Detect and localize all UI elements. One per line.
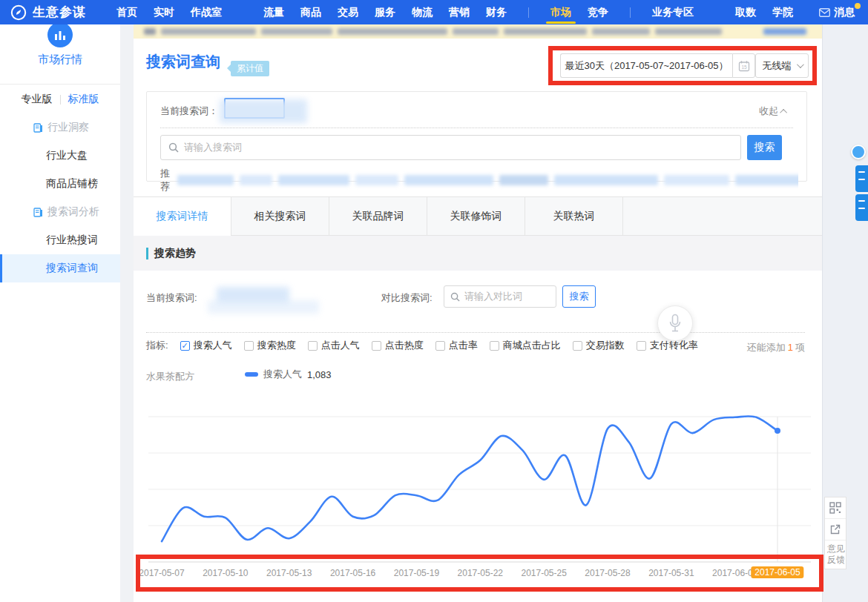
add-more-hint: 还能添加1项	[747, 341, 805, 354]
redacted-word[interactable]	[177, 175, 234, 185]
nav-item-营销[interactable]: 营销	[441, 0, 478, 24]
redacted-link	[763, 28, 806, 35]
nav-item-交易[interactable]: 交易	[329, 0, 366, 24]
nav-divider	[528, 7, 529, 18]
redacted-text	[592, 28, 650, 35]
terminal-dropdown[interactable]: 无线端	[755, 53, 809, 78]
redacted-word[interactable]	[499, 175, 548, 185]
section-accent-bar	[146, 248, 148, 259]
metric-checkbox-点击人气[interactable]: 点击人气	[308, 339, 360, 352]
current-word-label: 当前搜索词:	[146, 291, 197, 305]
date-range-selector[interactable]: 最近30天（2017-05-07~2017-06-05） 15	[560, 53, 755, 78]
search-icon	[450, 292, 460, 302]
metric-checkbox-搜索人气[interactable]: ✓搜索人气	[180, 339, 232, 352]
nav-item-messages[interactable]: 消息	[819, 6, 855, 19]
nav-item-实时[interactable]: 实时	[145, 0, 183, 24]
assistant-dock-tab[interactable]	[855, 165, 868, 192]
checkbox-icon[interactable]	[490, 341, 499, 351]
share-button[interactable]	[825, 519, 846, 540]
redacted-text	[338, 28, 447, 35]
metric-checkbox-支付转化率[interactable]: 支付转化率	[637, 339, 698, 352]
nav-item-竞争[interactable]: 竞争	[579, 0, 617, 24]
redacted-word[interactable]	[664, 175, 729, 185]
redacted-text	[261, 28, 332, 35]
metric-checkbox-点击率[interactable]: 点击率	[435, 339, 478, 352]
nav-item-财务[interactable]: 财务	[478, 0, 515, 24]
redacted-word[interactable]	[735, 175, 798, 185]
voice-assistant-button[interactable]	[657, 305, 693, 341]
calendar-icon[interactable]: 15	[732, 53, 755, 78]
sidebar-item-商品店铺榜[interactable]: 商品店铺榜	[0, 170, 120, 198]
section-header: 搜索趋势	[134, 236, 822, 271]
nav-item-市场[interactable]: 市场	[542, 0, 579, 24]
checkbox-icon[interactable]	[637, 341, 646, 351]
legend-line-icon	[245, 372, 258, 377]
nav-item-作战室[interactable]: 作战室	[183, 0, 230, 24]
nav-item-流量[interactable]: 流量	[255, 0, 292, 24]
checkbox-icon[interactable]	[308, 341, 318, 351]
checkbox-icon[interactable]	[244, 341, 254, 351]
divider	[60, 95, 61, 105]
checkbox-icon[interactable]	[372, 341, 381, 351]
feedback-link[interactable]: 意见反馈	[825, 540, 847, 569]
sidebar-item-行业大盘[interactable]: 行业大盘	[0, 142, 120, 170]
chart-legend[interactable]: 搜索人气 1,083	[245, 368, 332, 381]
chart-keyword: 水果茶配方	[146, 370, 194, 383]
metric-checkbox-点击热度[interactable]: 点击热度	[372, 339, 424, 352]
nav-item-服务[interactable]: 服务	[366, 0, 404, 24]
date-range-value[interactable]: 最近30天（2017-05-07~2017-06-05）	[560, 53, 732, 78]
metric-checkbox-交易指数[interactable]: 交易指数	[573, 339, 625, 352]
tab-关联热词[interactable]: 关联热词	[525, 197, 623, 236]
redacted-word[interactable]	[355, 175, 398, 185]
search-button[interactable]: 搜索	[747, 135, 782, 160]
collapse-toggle[interactable]: 收起	[759, 105, 787, 118]
redacted-word[interactable]	[278, 175, 349, 185]
redacted-word[interactable]	[404, 175, 493, 185]
version-standard[interactable]: 标准版	[68, 93, 99, 106]
nav-item-业务专区[interactable]: 业务专区	[644, 0, 702, 24]
metric-checkbox-商城点击占比[interactable]: 商城点击占比	[490, 339, 561, 352]
redacted-word[interactable]	[240, 175, 272, 185]
x-axis-label: 2017-05-22	[458, 568, 503, 578]
qr-code-button[interactable]	[825, 497, 846, 519]
notice-banner[interactable]	[134, 24, 822, 39]
search-input[interactable]: 请输入搜索词	[160, 135, 741, 160]
nav-item-物流[interactable]: 物流	[404, 0, 441, 24]
tab-相关搜索词[interactable]: 相关搜索词	[231, 197, 329, 236]
redacted-word[interactable]	[554, 175, 658, 185]
compare-input[interactable]: 请输入对比词	[444, 285, 556, 308]
checkbox-icon[interactable]	[573, 341, 582, 351]
checkbox-icon[interactable]	[435, 341, 445, 351]
current-word-label: 当前搜索词：	[160, 105, 218, 118]
nav-item-学院[interactable]: 学院	[764, 0, 801, 24]
sidebar-title: 市场行情	[0, 53, 120, 67]
brand[interactable]: 生意参谋	[10, 4, 86, 21]
tab-关联修饰词[interactable]: 关联修饰词	[427, 197, 525, 236]
tab-关联品牌词[interactable]: 关联品牌词	[329, 197, 427, 236]
brand-name: 生意参谋	[33, 4, 86, 21]
nav-item-取数[interactable]: 取数	[727, 0, 764, 24]
section-title: 搜索趋势	[154, 247, 196, 260]
market-module-icon	[47, 22, 73, 47]
compare-word-label: 对比搜索词:	[381, 291, 433, 305]
search-panel: 当前搜索词： 收起 请输入搜索词 搜索 推荐	[146, 91, 807, 182]
x-axis-label: 2017-05-28	[585, 568, 630, 578]
compare-search-button[interactable]: 搜索	[562, 285, 596, 308]
divider	[160, 128, 793, 128]
redacted-current-word	[220, 99, 307, 123]
assistant-mascot-icon[interactable]	[851, 145, 866, 159]
metric-checkbox-搜索热度[interactable]: 搜索热度	[244, 339, 296, 352]
sidebar: 市场行情 专业版 标准版 行业洞察行业大盘商品店铺榜搜索词分析行业热搜词搜索词查…	[0, 24, 120, 602]
tab-搜索词详情[interactable]: 搜索词详情	[134, 197, 231, 237]
sidebar-item-搜索词查询[interactable]: 搜索词查询	[0, 254, 120, 282]
sidebar-menu: 行业洞察行业大盘商品店铺榜搜索词分析行业热搜词搜索词查询	[0, 113, 120, 282]
cumulative-badge: 累计值	[231, 61, 269, 76]
nav-item-首页[interactable]: 首页	[108, 0, 145, 24]
divider	[0, 84, 120, 85]
checkbox-checked-icon[interactable]: ✓	[180, 341, 190, 351]
nav-item-商品[interactable]: 商品	[292, 0, 329, 24]
version-pro[interactable]: 专业版	[22, 93, 53, 106]
sidebar-item-行业热搜词[interactable]: 行业热搜词	[0, 226, 120, 254]
nav-divider	[630, 7, 631, 18]
assistant-dock-tab[interactable]	[855, 194, 868, 221]
